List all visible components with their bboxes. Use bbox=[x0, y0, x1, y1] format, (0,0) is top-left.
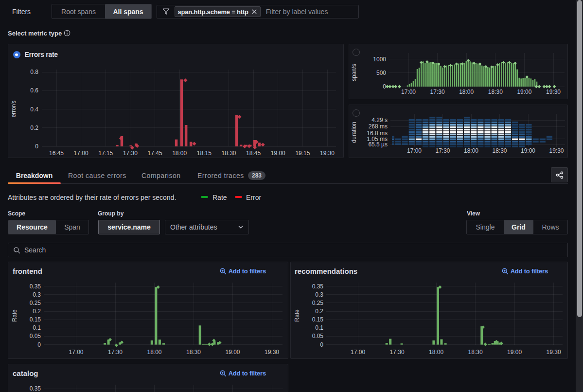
svg-text:17:30: 17:30 bbox=[123, 150, 138, 157]
svg-text:17:00: 17:00 bbox=[407, 147, 422, 154]
svg-text:19:30: 19:30 bbox=[549, 147, 564, 154]
svg-text:0.25: 0.25 bbox=[312, 300, 324, 306]
svg-text:17:30: 17:30 bbox=[430, 89, 445, 95]
svg-text:0.15: 0.15 bbox=[312, 316, 324, 323]
svg-text:18:15: 18:15 bbox=[197, 150, 212, 157]
svg-text:19:30: 19:30 bbox=[320, 150, 335, 157]
svg-text:0.2: 0.2 bbox=[315, 308, 323, 315]
svg-text:17:15: 17:15 bbox=[98, 150, 113, 157]
svg-text:18:30: 18:30 bbox=[186, 349, 201, 356]
svg-text:19:15: 19:15 bbox=[295, 150, 310, 157]
svg-text:18:30: 18:30 bbox=[221, 150, 236, 157]
svg-text:0.35: 0.35 bbox=[30, 283, 41, 290]
svg-text:17:00: 17:00 bbox=[351, 349, 365, 356]
svg-text:0.35: 0.35 bbox=[30, 385, 41, 392]
svg-text:19:30: 19:30 bbox=[546, 89, 561, 95]
svg-text:0.15: 0.15 bbox=[30, 316, 41, 323]
svg-text:268 ms: 268 ms bbox=[369, 123, 388, 130]
svg-text:500: 500 bbox=[376, 70, 386, 76]
svg-text:17:00: 17:00 bbox=[69, 349, 83, 356]
svg-text:18:30: 18:30 bbox=[492, 147, 507, 154]
svg-text:0.2: 0.2 bbox=[33, 308, 41, 315]
svg-text:19:00: 19:00 bbox=[517, 89, 531, 95]
svg-text:0.8: 0.8 bbox=[30, 69, 38, 75]
svg-text:18:00: 18:00 bbox=[459, 89, 474, 95]
svg-text:18:30: 18:30 bbox=[488, 89, 503, 95]
svg-text:0.35: 0.35 bbox=[312, 283, 324, 290]
svg-text:0.3: 0.3 bbox=[33, 291, 41, 298]
svg-text:17:00: 17:00 bbox=[401, 89, 416, 95]
svg-text:0: 0 bbox=[35, 143, 38, 150]
svg-text:Rate: Rate bbox=[294, 309, 300, 322]
svg-text:19:00: 19:00 bbox=[521, 147, 535, 154]
svg-text:0.1: 0.1 bbox=[315, 324, 323, 331]
svg-text:18:00: 18:00 bbox=[172, 150, 187, 157]
svg-text:19:30: 19:30 bbox=[265, 349, 279, 356]
svg-text:0: 0 bbox=[37, 341, 41, 348]
svg-text:18:00: 18:00 bbox=[429, 349, 443, 356]
svg-text:17:00: 17:00 bbox=[74, 150, 88, 157]
svg-text:18:30: 18:30 bbox=[468, 349, 483, 356]
svg-text:17:30: 17:30 bbox=[435, 147, 450, 154]
svg-text:65.5 µs: 65.5 µs bbox=[368, 141, 388, 148]
svg-text:0.2: 0.2 bbox=[30, 125, 38, 131]
svg-text:duration: duration bbox=[351, 122, 357, 143]
svg-text:error/s: error/s bbox=[10, 101, 17, 118]
svg-text:16:45: 16:45 bbox=[49, 150, 64, 157]
svg-text:1000: 1000 bbox=[373, 56, 386, 63]
svg-text:18:00: 18:00 bbox=[464, 147, 478, 154]
svg-text:0: 0 bbox=[320, 341, 323, 348]
svg-text:19:00: 19:00 bbox=[507, 349, 522, 356]
svg-text:17:45: 17:45 bbox=[148, 150, 162, 157]
svg-text:4.29 s: 4.29 s bbox=[371, 117, 388, 124]
svg-text:17:30: 17:30 bbox=[108, 349, 123, 356]
svg-text:0.3: 0.3 bbox=[315, 291, 323, 298]
svg-text:18:00: 18:00 bbox=[147, 349, 161, 356]
svg-text:0.05: 0.05 bbox=[312, 333, 324, 339]
svg-text:19:30: 19:30 bbox=[547, 349, 561, 356]
svg-text:span/s: span/s bbox=[351, 64, 357, 81]
svg-text:Rate: Rate bbox=[11, 309, 18, 322]
svg-text:19:00: 19:00 bbox=[271, 150, 285, 157]
svg-text:0.6: 0.6 bbox=[30, 87, 38, 94]
svg-text:0.1: 0.1 bbox=[33, 324, 41, 331]
svg-text:19:00: 19:00 bbox=[225, 349, 240, 356]
svg-text:17:30: 17:30 bbox=[390, 349, 405, 356]
svg-text:0.25: 0.25 bbox=[30, 300, 41, 306]
svg-text:18:45: 18:45 bbox=[246, 150, 261, 157]
svg-text:0.4: 0.4 bbox=[30, 106, 38, 113]
svg-text:0.05: 0.05 bbox=[30, 333, 41, 339]
